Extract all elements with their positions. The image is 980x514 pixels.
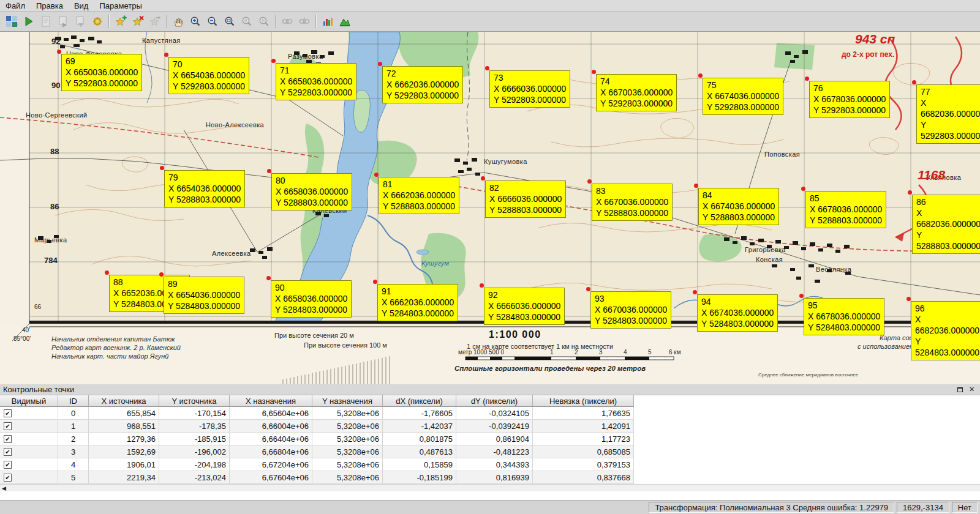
visible-checkbox[interactable]: ✔ [4,474,12,482]
gcp-id-text: 94 [701,296,774,307]
gcp-y-text: Y 5288803.000000 [276,197,348,208]
gcp-id-text: 79 [168,172,241,183]
visible-checkbox[interactable]: ✔ [4,409,12,417]
full-histogram-stretch-icon[interactable] [336,13,353,30]
pan-hand-icon[interactable] [170,13,187,30]
zoom-in-icon[interactable] [187,13,204,30]
gcp-label-75[interactable]: 75X 6674036.000000Y 5292803.000000 [703,78,783,115]
map-canvas[interactable]: КапустянаяНово-ФедоровкаРазумовкаНово-Се… [0,32,980,384]
local-histogram-stretch-icon[interactable] [319,13,336,30]
header-visible[interactable]: Видимый [0,395,58,407]
cell-id: 5 [58,471,89,484]
start-georeferencing-icon[interactable] [20,13,37,30]
cell-x_dst: 6,66404e+06 [230,433,312,445]
visible-checkbox[interactable]: ✔ [4,461,12,469]
scroll-left-icon[interactable]: ◀ [0,485,8,491]
cell-dy: -0,0392419 [456,420,533,433]
header-dy[interactable]: dY (пиксели) [456,395,533,407]
cell-id: 2 [58,433,89,445]
gcp-label-84[interactable]: 84X 6674036.000000Y 5288803.000000 [698,188,779,225]
gcp-label-95[interactable]: 95X 6678036.000000Y 5284803.000000 [804,298,884,335]
close-panel-button[interactable]: ✕ [967,385,977,394]
gcp-label-76[interactable]: 76X 6678036.000000Y 5292803.000000 [809,81,890,118]
gcp-id-text: 86 [916,196,980,207]
gcp-y-text: Y 5284803.000000 [168,300,240,311]
table-row[interactable]: ✔0655,854-170,1546,65604e+065,3208e+06-1… [0,407,980,420]
header-residual[interactable]: Невязка (пиксели) [533,395,634,407]
gcp-label-94[interactable]: 94X 6674036.000000Y 5284803.000000 [697,294,778,332]
gcp-label-71[interactable]: 71X 6658036.000000Y 5292803.000000 [276,63,356,100]
link-qgis-to-georeferencer-icon[interactable] [296,13,313,30]
gcp-label-70[interactable]: 70X 6654036.000000Y 5292803.000000 [168,57,249,94]
cell-id: 1 [58,420,89,433]
table-row[interactable]: ✔21279,36-185,9156,66404e+065,3208e+060,… [0,433,980,445]
gcp-label-81[interactable]: 81X 6662036.000000Y 5288803.000000 [379,177,459,214]
gcp-label-74[interactable]: 74X 6670036.000000Y 5292803.000000 [596,74,677,111]
gcp-x-text: X 6670036.000000 [600,87,673,98]
gcp-y-text: Y 5288803.000000 [383,201,455,212]
table-row[interactable]: ✔41906,01-204,1986,67204e+065,3208e+060,… [0,458,980,471]
menu-view[interactable]: Вид [69,1,94,11]
delete-point-icon[interactable] [129,13,146,30]
table-row[interactable]: ✔31592,69-196,0026,66804e+065,3208e+060,… [0,445,980,458]
gcp-x-text: X 6666036.000000 [494,83,566,94]
visible-checkbox[interactable]: ✔ [4,422,12,430]
gcp-label-83[interactable]: 83X 6670036.000000Y 5288803.000000 [592,184,673,221]
generate-gdal-script-icon[interactable] [37,13,55,30]
zoom-out-icon[interactable] [204,13,221,30]
menu-bar: Файл Правка Вид Параметры [0,0,980,12]
menu-edit[interactable]: Правка [31,1,69,11]
dock-empty-space [0,491,980,500]
map-label: до 2-х рот пех. [842,50,894,59]
gcp-label-92[interactable]: 92X 6666036.000000Y 5284803.000000 [484,288,565,325]
visible-checkbox[interactable]: ✔ [4,435,12,443]
link-georeferencer-to-qgis-icon[interactable] [279,13,296,30]
gcp-y-text: Y 5292803.000000 [707,102,779,113]
gcp-label-93[interactable]: 93X 6670036.000000Y 5284803.000000 [590,291,671,329]
menu-file[interactable]: Файл [0,1,31,11]
transformation-settings-icon[interactable] [89,13,106,30]
load-gcp-points-icon[interactable] [55,13,72,30]
float-panel-button[interactable] [955,385,965,394]
open-raster-icon[interactable] [3,13,20,30]
add-point-icon[interactable] [112,13,129,30]
gcp-label-86[interactable]: 86X 6682036.000000Y 5288803.000000 [912,195,980,254]
horizontal-scrollbar[interactable]: ◀ [0,484,980,491]
table-row[interactable]: ✔1968,551-178,356,66004e+065,3208e+06-1,… [0,420,980,433]
gcp-label-82[interactable]: 82X 6666036.000000Y 5288803.000000 [485,181,566,218]
header-x-dest[interactable]: X назначения [230,395,312,407]
gcp-label-96[interactable]: 96X 6682036.000000Y 5284803.000000 [911,301,980,360]
map-label: Кушугумовка [484,158,527,165]
table-row[interactable]: ✔52219,34-213,0246,67604e+065,3208e+06-0… [0,471,980,484]
header-dx[interactable]: dX (пиксели) [383,395,456,407]
cell-residual: 0,685085 [533,445,634,458]
gcp-label-79[interactable]: 79X 6654036.000000Y 5288803.000000 [164,170,245,207]
zoom-to-layer-icon[interactable] [221,13,238,30]
gcp-label-89[interactable]: 89X 6654036.000000Y 5284803.000000 [164,277,244,314]
gcp-label-90[interactable]: 90X 6658036.000000Y 5284803.000000 [271,280,352,318]
gcp-label-85[interactable]: 85X 6678036.000000Y 5288803.000000 [805,191,886,228]
gcp-y-text: Y 5288803.000000 [168,194,241,205]
cell-x_src: 2219,34 [89,471,159,484]
gcp-label-73[interactable]: 73X 6666036.000000Y 5292803.000000 [489,70,570,108]
map-label: Среднее сближение меридианов восточнее [758,372,858,378]
save-gcp-points-icon[interactable] [72,13,89,30]
menu-settings[interactable]: Параметры [94,1,147,11]
header-y-dest[interactable]: Y назначения [312,395,383,407]
move-point-icon[interactable] [146,13,164,30]
header-id[interactable]: ID [58,395,89,407]
gcp-y-text: Y 5292803.000000 [386,90,459,101]
header-x-source[interactable]: X источника [89,395,159,407]
gcp-x-text: X 6670036.000000 [596,196,668,207]
header-y-source[interactable]: Y источника [159,395,230,407]
zoom-next-icon[interactable] [255,13,273,30]
gcp-label-91[interactable]: 91X 6662036.000000Y 5284803.000000 [377,284,458,321]
gcp-x-text: X 6678036.000000 [810,204,882,215]
gcp-label-77[interactable]: 77X 6682036.000000Y 5292803.000000 [916,84,980,144]
gcp-x-text: X 6674036.000000 [701,307,774,318]
gcp-label-80[interactable]: 80X 6658036.000000Y 5288803.000000 [271,173,352,210]
gcp-label-69[interactable]: 69X 6650036.000000Y 5292803.000000 [61,54,142,91]
zoom-last-icon[interactable] [238,13,255,30]
gcp-label-72[interactable]: 72X 6662036.000000Y 5292803.000000 [382,66,463,103]
visible-checkbox[interactable]: ✔ [4,448,12,456]
